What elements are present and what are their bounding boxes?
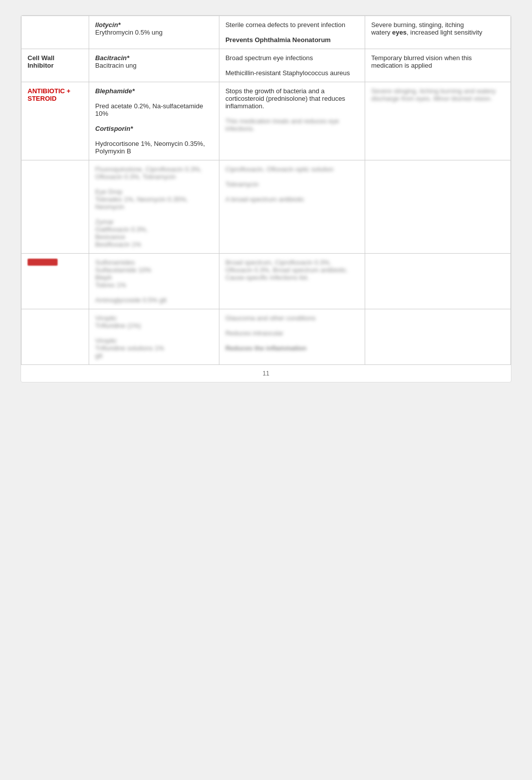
side-effects-blurred-3 (365, 309, 510, 365)
category-antibiotic-steroid: ANTIBIOTIC +STEROID (28, 87, 71, 102)
table-row-blurred: Fluoroquinolone, Ciprofloxacin 0.3%, Ofl… (22, 160, 511, 254)
drug-blurred-3: ZymarGatifloxacin 0.3%,BesivanceBesiflox… (95, 218, 148, 248)
use-text: Broad spectrum eye infections (225, 54, 313, 62)
use-text-blephamide: Stops the growth of bacteria and a corti… (225, 87, 345, 110)
use-blurred-3a: Glaucoma and other conditions (225, 314, 316, 322)
drug-detail-blephamide: Pred acetate 0.2%, Na-sulfacetamide 10% (95, 102, 203, 117)
page-number: 11 (21, 365, 511, 382)
use-cell: Sterile cornea defects to prevent infect… (219, 16, 365, 49)
use-blurred-section2: Broad spectrum, Ciprofloxacin 0.3%, Oflo… (225, 259, 348, 281)
use-cell: Broad spectrum eye infections Methicilli… (219, 49, 365, 82)
use-text-2: Methicillin-resistant Staphylococcus aur… (225, 69, 350, 77)
use-blurred-1: Ciprofloxacin, Ofloxacin optic solution (225, 165, 334, 173)
side-effects-blurred (365, 160, 510, 254)
use-cell-blurred-2: Broad spectrum, Ciprofloxacin 0.3%, Oflo… (219, 254, 365, 309)
drug-name: Bacitracin* (95, 54, 129, 62)
table-row-blurred-3: ViropticTrifluridine (1%) ViropticTriflu… (22, 309, 511, 365)
use-blurred-3: A broad-spectrum antibiotic (225, 196, 305, 203)
drug-blurred-section2b: Aminoglycoside 0.5% gtt (95, 296, 166, 304)
category-cell (22, 16, 89, 49)
red-label-1 (28, 259, 58, 266)
table-row: Cell WallInhibitor Bacitracin* Bacitraci… (22, 49, 511, 82)
side-effects-cell: Severe burning, stinging, itchingwatery … (365, 16, 510, 49)
side-effects-cell: Temporary blurred vision when this medic… (365, 49, 510, 82)
table-row: ANTIBIOTIC +STEROID Blephamide* Pred ace… (22, 82, 511, 160)
drug-blurred-3b: ViropticTrifluridine solutions 1%gtt (95, 337, 164, 359)
drug-name: Ilotycin* (95, 21, 121, 29)
table-row-blurred-2: SulfonamidesSulfacetamide 10%BlephTobrex… (22, 254, 511, 309)
use-cell-blurred: Ciprofloxacin, Ofloxacin optic solution … (219, 160, 365, 254)
page-container: Ilotycin* Erythromycin 0.5% ung Sterile … (21, 15, 511, 382)
category-cell-blurred (22, 160, 89, 254)
table-row: Ilotycin* Erythromycin 0.5% ung Sterile … (22, 16, 511, 49)
drug-name-cortisporin: Cortisporin* (95, 125, 133, 132)
use-blurred-3b: Reduces intraocular (225, 329, 284, 337)
category-blurred-3 (22, 309, 89, 365)
drug-blurred-section2: SulfonamidesSulfacetamide 10%BlephTobrex… (95, 259, 151, 289)
drug-blurred-3-cell: ViropticTrifluridine (1%) ViropticTriflu… (89, 309, 219, 365)
drug-cell: Blephamide* Pred acetate 0.2%, Na-sulfac… (89, 82, 219, 160)
drug-detail: Erythromycin 0.5% ung (95, 29, 162, 36)
drug-cell: Ilotycin* Erythromycin 0.5% ung (89, 16, 219, 49)
use-text-blurred: This medication treats and reduces eye i… (225, 117, 339, 132)
drug-cell-blurred: Fluoroquinolone, Ciprofloxacin 0.3%, Ofl… (89, 160, 219, 254)
drug-cell-blurred-2: SulfonamidesSulfacetamide 10%BlephTobrex… (89, 254, 219, 309)
category-cell: Cell WallInhibitor (22, 49, 89, 82)
use-text-1: Sterile cornea defects to prevent infect… (225, 21, 345, 29)
drug-detail: Bacitracin ung (95, 62, 136, 69)
drug-cell: Bacitracin* Bacitracin ung (89, 49, 219, 82)
side-effects-cell: Severe stinging, itching burning and wat… (365, 82, 510, 160)
main-table: Ilotycin* Erythromycin 0.5% ung Sterile … (21, 16, 511, 365)
drug-name-blephamide: Blephamide* (95, 87, 135, 95)
use-cell: Stops the growth of bacteria and a corti… (219, 82, 365, 160)
side-effects-text: Severe burning, stinging, itchingwatery … (371, 21, 482, 36)
use-bold: Prevents Ophthalmia Neonatorum (225, 36, 331, 44)
drug-blurred-3a: ViropticTrifluridine (1%) (95, 314, 141, 329)
drug-blurred-2: Eye DropTobradex 1%, Neomycin 0.35%, Neo… (95, 188, 188, 211)
side-effects-bacitracin: Temporary blurred vision when this medic… (371, 54, 472, 69)
eyes-bold: eyes (392, 29, 407, 36)
use-blurred-3-cell: Glaucoma and other conditions Reduces in… (219, 309, 365, 365)
drug-detail-cortisporin: Hydrocortisone 1%, Neomycin 0.35%, Polym… (95, 140, 205, 155)
category-cell-blurred-2 (22, 254, 89, 309)
use-blurred-2: Tobramycin (225, 180, 258, 188)
drug-blurred-1: Fluoroquinolone, Ciprofloxacin 0.3%, Ofl… (95, 165, 201, 180)
side-effects-blurred-2 (365, 254, 510, 309)
side-effects-blurred-1: Severe stinging, itching burning and wat… (371, 87, 496, 102)
use-blurred-3c: Reduces the inflammation (225, 344, 307, 352)
category-label: Cell WallInhibitor (28, 54, 55, 69)
category-cell: ANTIBIOTIC +STEROID (22, 82, 89, 160)
